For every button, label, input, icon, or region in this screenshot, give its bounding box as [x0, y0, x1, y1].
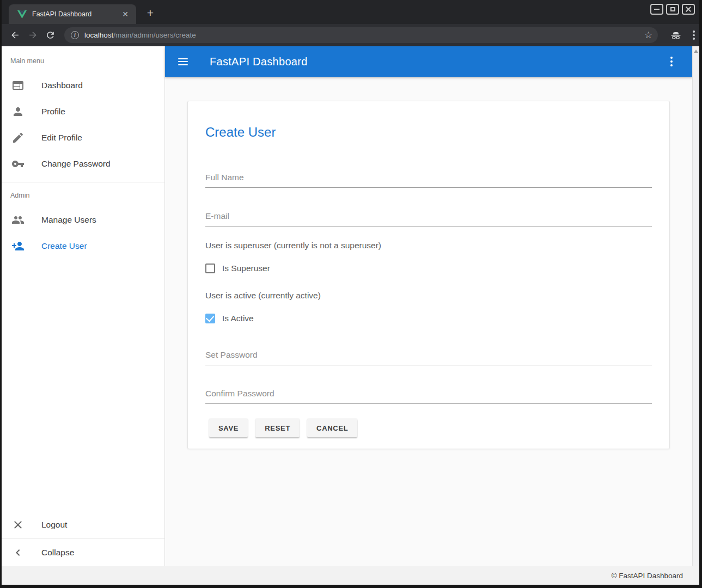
chevron-left-icon [11, 546, 25, 559]
sidebar-item-label: Create User [41, 241, 87, 251]
main-area: FastAPI Dashboard Create User User is su… [165, 46, 692, 566]
superuser-note: User is superuser (currently is not a su… [205, 239, 652, 252]
form-actions: SAVE RESET CANCEL [205, 419, 652, 437]
new-tab-button[interactable]: + [142, 5, 158, 22]
is-superuser-checkbox-row[interactable]: Is Superuser [205, 262, 652, 275]
confirm-password-field-wrap [205, 389, 652, 404]
person-icon [11, 105, 25, 118]
sidebar-caption-admin: Admin [10, 192, 164, 199]
browser-window: FastAPI Dashboard ✕ + i localhost/main/a… [2, 0, 699, 585]
url-host: localhost [84, 31, 113, 39]
create-user-card: Create User User is superuser (currently… [187, 101, 670, 449]
people-icon [11, 213, 25, 226]
reset-button[interactable]: RESET [255, 419, 300, 437]
hamburger-menu-button[interactable] [178, 58, 188, 65]
is-superuser-checkbox[interactable] [205, 264, 215, 273]
sidebar-item-profile[interactable]: Profile [2, 99, 164, 125]
page-footer: © FastAPI Dashboard [2, 566, 699, 585]
sidebar-item-label: Logout [41, 520, 67, 530]
dashboard-icon [11, 79, 25, 92]
url-text: localhost/main/admin/users/create [84, 31, 641, 39]
scroll-up-arrow-icon[interactable] [694, 50, 698, 53]
email-input[interactable] [205, 211, 652, 226]
sidebar-item-label: Manage Users [41, 215, 96, 225]
browser-toolbar: i localhost/main/admin/users/create ☆ [2, 24, 699, 46]
back-arrow-icon [10, 30, 20, 40]
page-content: Create User User is superuser (currently… [165, 77, 692, 566]
url-path: /main/admin/users/create [113, 31, 196, 39]
sidebar: Main menu Dashboard Profile Edit Profile [2, 46, 165, 566]
person-add-icon [11, 240, 25, 253]
checkbox-label: Is Active [222, 314, 254, 323]
full-name-field-wrap [205, 173, 652, 188]
sidebar-item-label: Dashboard [41, 81, 83, 90]
key-icon [11, 157, 25, 170]
sidebar-item-change-password[interactable]: Change Password [2, 151, 164, 177]
appbar-title: FastAPI Dashboard [210, 56, 308, 68]
close-x-icon [11, 518, 25, 531]
checkbox-label: Is Superuser [222, 264, 270, 273]
sidebar-caption-main-menu: Main menu [10, 57, 164, 65]
sidebar-item-label: Collapse [41, 548, 74, 558]
vue-logo-icon [17, 10, 27, 19]
vertical-scrollbar[interactable] [692, 46, 699, 566]
page-client: Main menu Dashboard Profile Edit Profile [2, 46, 699, 566]
close-window-button[interactable] [682, 4, 695, 15]
set-password-field-wrap [205, 350, 652, 365]
sidebar-divider [2, 182, 164, 182]
reload-icon [45, 30, 56, 40]
reload-button[interactable] [42, 28, 58, 43]
footer-text: © FastAPI Dashboard [611, 572, 683, 580]
app-bar: FastAPI Dashboard [165, 46, 692, 77]
sidebar-item-collapse[interactable]: Collapse [2, 538, 164, 566]
tab-close-icon[interactable]: ✕ [120, 9, 131, 20]
sidebar-item-edit-profile[interactable]: Edit Profile [2, 125, 164, 151]
full-name-input[interactable] [205, 173, 652, 188]
sidebar-bottom: Logout Collapse [2, 512, 164, 566]
is-active-checkbox-row[interactable]: Is Active [205, 312, 652, 325]
minimize-icon [654, 9, 660, 10]
confirm-password-input[interactable] [205, 389, 652, 404]
back-button[interactable] [7, 28, 22, 43]
sidebar-item-label: Change Password [41, 159, 111, 169]
maximize-button[interactable] [666, 4, 679, 15]
site-info-icon[interactable]: i [71, 31, 79, 39]
page-title: Create User [205, 125, 652, 140]
sidebar-item-label: Edit Profile [41, 133, 82, 143]
active-note: User is active (currently active) [205, 289, 652, 302]
cancel-button[interactable]: CANCEL [307, 419, 357, 437]
window-controls [650, 4, 695, 15]
bookmark-star-icon[interactable]: ☆ [644, 29, 652, 41]
sidebar-item-create-user[interactable]: Create User [2, 233, 164, 259]
maximize-icon [670, 7, 675, 11]
close-icon [686, 7, 691, 12]
sidebar-item-logout[interactable]: Logout [2, 512, 164, 538]
url-bar[interactable]: i localhost/main/admin/users/create ☆ [64, 27, 658, 43]
forward-arrow-icon [28, 30, 38, 40]
sidebar-item-manage-users[interactable]: Manage Users [2, 207, 164, 233]
set-password-input[interactable] [205, 350, 652, 365]
appbar-menu-button[interactable] [666, 57, 677, 66]
pencil-icon [11, 131, 25, 144]
sidebar-item-label: Profile [41, 107, 65, 117]
email-field-wrap [205, 211, 652, 226]
browser-tab[interactable]: FastAPI Dashboard ✕ [9, 4, 136, 24]
browser-menu-button[interactable] [688, 30, 699, 40]
sidebar-item-dashboard[interactable]: Dashboard [2, 72, 164, 99]
tab-strip: FastAPI Dashboard ✕ + [2, 0, 699, 24]
tab-title: FastAPI Dashboard [32, 10, 120, 18]
incognito-icon [670, 29, 682, 41]
is-active-checkbox[interactable] [205, 314, 215, 323]
minimize-button[interactable] [650, 4, 663, 15]
save-button[interactable]: SAVE [209, 419, 248, 437]
forward-button[interactable] [25, 28, 40, 43]
